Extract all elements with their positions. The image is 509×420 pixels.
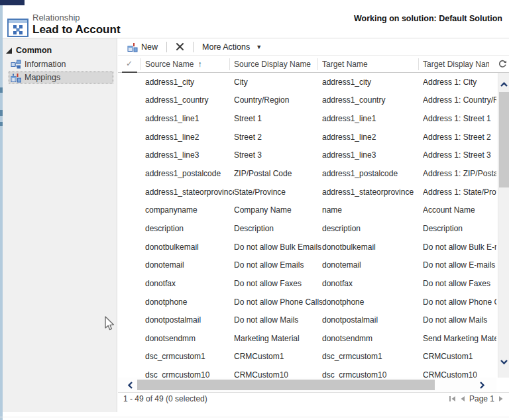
table-row[interactable]: address1_line2 Street 2 address1_line2 A… (118, 128, 496, 146)
new-mapping-icon (127, 42, 138, 52)
previous-page-icon[interactable] (460, 395, 465, 402)
table-row[interactable]: donotfax Do not allow Faxes donotfax Do … (118, 274, 496, 293)
cell-target-name: donotfax (322, 279, 423, 288)
cell-source-name: address1_line2 (145, 132, 234, 142)
cell-source-name: donotpostalmail (145, 315, 234, 325)
pager: Page 1 (449, 394, 504, 403)
horizontal-scrollbar-thumb[interactable] (137, 380, 435, 390)
table-row[interactable]: address1_postalcode ZIP/Postal Code addr… (118, 164, 496, 183)
cell-target-display-name: Description (423, 224, 496, 233)
more-actions-button[interactable]: More Actions ▼ (198, 39, 266, 55)
relationship-icon (7, 18, 28, 40)
table-row[interactable]: description Description description Desc… (118, 219, 496, 238)
table-row[interactable]: dsc_crmcustom10 CRMCustom10 dsc_crmcusto… (118, 366, 496, 378)
working-on-solution-label: Working on solution: Default Solution (354, 14, 502, 23)
page-title: Lead to Account (32, 23, 121, 36)
cell-target-name: address1_stateorprovince (322, 187, 423, 197)
cell-source-name: address1_city (145, 78, 234, 87)
information-icon (11, 59, 21, 70)
sidebar-item-label: Mappings (25, 73, 60, 82)
cell-target-name: name (322, 205, 423, 215)
table-row[interactable]: donotemail Do not allow Emails donotemai… (118, 256, 496, 274)
table-row[interactable]: address1_country Country/Region address1… (118, 91, 496, 110)
window-frame-fragment (0, 0, 25, 5)
cell-source-name: donotemail (145, 260, 234, 270)
table-row[interactable]: address1_line3 Street 3 address1_line3 A… (118, 146, 496, 165)
cell-target-display-name: Account Name (423, 205, 496, 215)
table-row[interactable]: donotsendmm Marketing Material donotsend… (118, 329, 496, 348)
cell-target-display-name: Do not allow Faxes (423, 279, 496, 288)
cell-source-display-name: Country/Region (234, 95, 322, 105)
more-actions-label: More Actions (202, 42, 250, 52)
cell-source-display-name: ZIP/Postal Code (234, 169, 322, 178)
cell-source-display-name: State/Province (234, 187, 322, 197)
column-separator (140, 58, 141, 70)
cell-source-name: donotbulkemail (145, 242, 234, 252)
cell-target-display-name: CRMCustom10 (423, 370, 496, 378)
cell-target-display-name: Address 1: State/Province (423, 187, 496, 197)
cell-source-display-name: City (234, 78, 322, 87)
cell-target-name: address1_line2 (322, 132, 423, 142)
table-row[interactable]: dsc_crmcustom1 CRMCustom1 dsc_crmcustom1… (118, 348, 496, 366)
next-page-icon[interactable] (498, 395, 504, 402)
column-separator (229, 58, 230, 70)
cell-target-name: address1_line3 (322, 150, 423, 160)
mappings-panel: New More Actions ▼ ✓ Source Name↑ Source… (118, 38, 509, 404)
cell-source-display-name: Marketing Material (234, 334, 322, 343)
toolbar-separator (166, 42, 167, 52)
table-row[interactable]: donotbulkemail Do not allow Bulk Emails … (118, 238, 496, 256)
cell-target-display-name: CRMCustom1 (423, 352, 496, 361)
cell-source-display-name: Street 1 (234, 114, 322, 123)
select-all-checkmark-icon[interactable]: ✓ (126, 59, 133, 68)
table-row[interactable]: address1_city City address1_city Address… (118, 73, 496, 91)
scroll-up-icon[interactable] (500, 78, 508, 90)
table-row[interactable]: companyname Company Name name Account Na… (118, 201, 496, 219)
grid-toolbar: New More Actions ▼ (118, 38, 509, 56)
table-row[interactable]: address1_stateorprovince State/Province … (118, 183, 496, 201)
toolbar-separator (193, 42, 194, 52)
column-header-source-name[interactable]: Source Name↑ (145, 60, 225, 69)
cell-source-name: description (145, 224, 234, 233)
table-row[interactable]: donotphone Do not allow Phone Calls dono… (118, 293, 496, 311)
delete-button[interactable] (172, 39, 188, 55)
cell-source-display-name: Company Name (234, 205, 322, 215)
column-header-target-name[interactable]: Target Name (322, 60, 415, 69)
scroll-right-icon[interactable] (479, 380, 485, 392)
cell-target-name: description (322, 224, 423, 233)
cell-target-name: address1_postalcode (322, 169, 423, 178)
vertical-scrollbar[interactable] (498, 73, 509, 378)
cell-source-name: address1_postalcode (145, 169, 234, 178)
cell-source-name: dsc_crmcustom1 (145, 352, 234, 361)
grid-status-bar: 1 - 49 of 49 (0 selected) Page 1 (118, 392, 509, 404)
cell-source-name: companyname (145, 205, 234, 215)
horizontal-scrollbar[interactable] (118, 378, 496, 392)
sidebar-group-common[interactable]: Common (3, 38, 117, 57)
scroll-left-icon[interactable] (127, 380, 133, 392)
table-row[interactable]: address1_line1 Street 1 address1_line1 A… (118, 109, 496, 128)
cell-target-display-name: Address 1: ZIP/Postal Code (423, 169, 496, 178)
sidebar-item-mappings[interactable]: Mappings (9, 72, 113, 83)
first-page-icon[interactable] (449, 395, 456, 402)
cell-target-name: donotpostalmail (322, 315, 423, 325)
tree-expander-icon (6, 48, 12, 54)
cell-source-display-name: Do not allow Faxes (234, 279, 322, 288)
cell-target-name: dsc_crmcustom10 (322, 370, 423, 378)
scroll-down-icon[interactable] (500, 356, 508, 368)
grid-column-header: ✓ Source Name↑ Source Display Name Targe… (118, 56, 509, 73)
cell-target-display-name: Do not allow E-mails (423, 260, 496, 270)
vertical-scrollbar-thumb[interactable] (499, 92, 509, 187)
new-button[interactable]: New (123, 39, 162, 55)
cell-source-display-name: Do not allow Bulk Emails (234, 242, 322, 252)
column-header-source-display-name[interactable]: Source Display Name (234, 60, 315, 69)
column-separator (418, 58, 419, 70)
cell-target-name: dsc_crmcustom1 (322, 352, 423, 361)
table-row[interactable]: donotpostalmail Do not allow Mails donot… (118, 311, 496, 329)
column-header-target-display-name[interactable]: Target Display Name (423, 60, 489, 69)
cell-source-name: donotphone (145, 297, 234, 307)
cell-target-name: address1_line1 (322, 114, 423, 123)
cell-target-display-name: Address 1: Street 2 (423, 132, 496, 142)
cell-source-display-name: Street 3 (234, 150, 322, 160)
refresh-button[interactable] (498, 60, 507, 70)
cell-target-display-name: Address 1: Street 1 (423, 114, 496, 123)
sidebar-item-information[interactable]: Information (9, 58, 114, 70)
